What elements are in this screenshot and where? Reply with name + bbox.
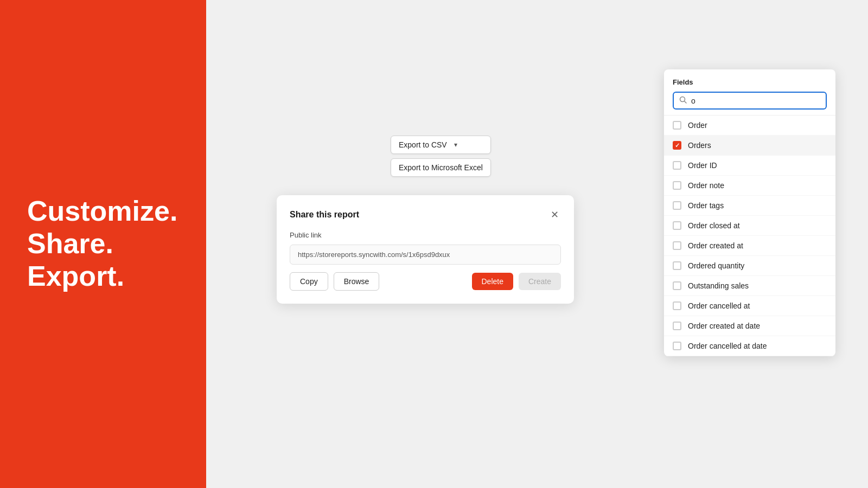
field-item[interactable]: Order note	[664, 176, 835, 196]
field-item[interactable]: Ordered quantity	[664, 256, 835, 276]
field-checkbox[interactable]	[673, 221, 681, 230]
hero-line-3: Export.	[27, 260, 177, 293]
delete-button[interactable]: Delete	[472, 273, 513, 290]
field-item[interactable]: Order created at	[664, 236, 835, 256]
field-checkbox[interactable]	[673, 281, 681, 290]
field-label: Order tags	[688, 201, 724, 210]
export-csv-label: Export to CSV	[399, 140, 447, 149]
hero-line-2: Share.	[27, 228, 177, 260]
fields-header: Fields	[664, 69, 835, 115]
modal-actions-left: Copy Browse	[290, 272, 379, 291]
field-label: Order cancelled at date	[688, 342, 767, 350]
share-modal-title: Share this report	[290, 210, 359, 220]
fields-label: Fields	[673, 78, 827, 86]
left-panel: Customize. Share. Export.	[0, 0, 206, 488]
field-item[interactable]: Order cancelled at	[664, 296, 835, 316]
field-item[interactable]: Orders	[664, 136, 835, 156]
chevron-down-icon: ▾	[451, 140, 460, 149]
create-button[interactable]: Create	[519, 273, 561, 290]
field-checkbox[interactable]	[673, 261, 681, 270]
field-label: Order created at date	[688, 322, 760, 330]
field-checkbox[interactable]	[673, 141, 681, 150]
field-item[interactable]: Order tags	[664, 196, 835, 216]
share-modal: Share this report ✕ Public link Copy Bro…	[277, 195, 574, 304]
export-excel-button[interactable]: Export to Microsoft Excel	[391, 158, 491, 177]
field-item[interactable]: Order ID	[664, 156, 835, 176]
field-checkbox[interactable]	[673, 181, 681, 190]
fields-list: OrderOrdersOrder IDOrder noteOrder tagsO…	[664, 115, 835, 356]
field-checkbox[interactable]	[673, 241, 681, 250]
field-label: Ordered quantity	[688, 261, 744, 270]
export-csv-button[interactable]: Export to CSV ▾	[391, 136, 491, 154]
field-label: Order	[688, 121, 707, 130]
export-area: Export to CSV ▾ Export to Microsoft Exce…	[391, 136, 491, 177]
field-label: Outstanding sales	[688, 281, 749, 290]
field-checkbox[interactable]	[673, 121, 681, 130]
hero-line-1: Customize.	[27, 195, 177, 228]
modal-actions-right: Delete Create	[472, 273, 561, 290]
public-link-input[interactable]	[290, 245, 561, 265]
modal-actions: Copy Browse Delete Create	[290, 272, 561, 291]
browse-button[interactable]: Browse	[334, 272, 380, 291]
field-checkbox[interactable]	[673, 161, 681, 170]
close-button[interactable]: ✕	[548, 208, 561, 221]
share-modal-header: Share this report ✕	[290, 208, 561, 221]
export-excel-label: Export to Microsoft Excel	[399, 163, 483, 172]
field-item[interactable]: Outstanding sales	[664, 276, 835, 296]
svg-line-1	[685, 101, 687, 104]
field-label: Order note	[688, 181, 724, 190]
field-label: Order ID	[688, 161, 717, 170]
field-label: Order closed at	[688, 221, 740, 230]
hero-text: Customize. Share. Export.	[27, 195, 177, 292]
field-checkbox[interactable]	[673, 322, 681, 330]
field-item[interactable]: Order created at date	[664, 316, 835, 336]
search-icon	[679, 96, 687, 105]
field-item[interactable]: Order	[664, 115, 835, 136]
fields-panel: Fields OrderOrdersOrder IDOrder noteOrde…	[664, 69, 835, 356]
public-link-label: Public link	[290, 231, 561, 239]
field-checkbox[interactable]	[673, 342, 681, 350]
field-checkbox[interactable]	[673, 201, 681, 210]
field-item[interactable]: Order closed at	[664, 216, 835, 236]
field-label: Order created at	[688, 241, 743, 250]
copy-button[interactable]: Copy	[290, 272, 328, 291]
field-checkbox[interactable]	[673, 301, 681, 310]
right-panel: Export to CSV ▾ Export to Microsoft Exce…	[206, 0, 868, 488]
fields-search-input[interactable]	[691, 97, 820, 105]
field-item[interactable]: Order cancelled at date	[664, 336, 835, 356]
field-label: Order cancelled at	[688, 301, 750, 310]
field-label: Orders	[688, 141, 711, 150]
fields-search-container	[673, 92, 827, 110]
